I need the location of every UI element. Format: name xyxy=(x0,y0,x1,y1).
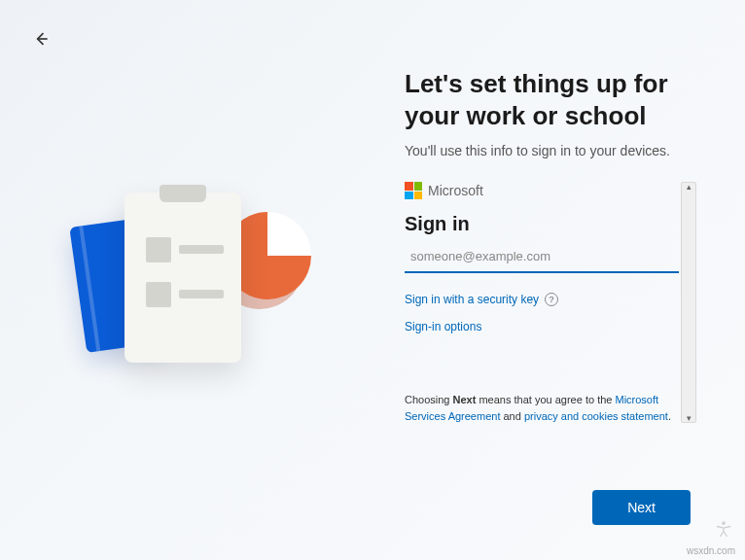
main-container: Let's set things up for your work or sch… xyxy=(0,0,745,560)
content-pane: Let's set things up for your work or sch… xyxy=(370,0,745,560)
email-field[interactable] xyxy=(405,241,679,273)
next-button[interactable]: Next xyxy=(592,490,691,525)
legal-prefix: Choosing xyxy=(405,394,453,405)
clipboard-item-icon xyxy=(146,282,171,307)
microsoft-brand-text: Microsoft xyxy=(428,183,483,198)
legal-text: Choosing Next means that you agree to th… xyxy=(405,392,679,424)
clipboard-item-icon xyxy=(146,237,171,262)
page-title: Let's set things up for your work or sch… xyxy=(405,68,696,131)
signin-options-row: Sign-in options xyxy=(405,320,679,333)
help-icon[interactable]: ? xyxy=(545,293,558,306)
legal-mid1: means that you agree to the xyxy=(476,394,615,405)
clipboard-item-icon xyxy=(179,290,224,298)
svg-point-0 xyxy=(722,521,726,525)
scrollbar[interactable] xyxy=(681,182,696,423)
microsoft-brand: Microsoft xyxy=(405,182,679,199)
privacy-link[interactable]: privacy and cookies statement xyxy=(524,410,668,422)
signin-heading: Sign in xyxy=(405,213,679,235)
security-key-link[interactable]: Sign in with a security key xyxy=(405,293,539,306)
signin-options-link[interactable]: Sign-in options xyxy=(405,320,481,333)
security-key-row: Sign in with a security key ? xyxy=(405,293,679,306)
illustration-pane xyxy=(0,0,370,560)
microsoft-logo-icon xyxy=(405,182,422,199)
setup-illustration xyxy=(78,183,311,377)
accessibility-icon[interactable] xyxy=(714,519,733,539)
signin-panel: Microsoft Sign in Sign in with a securit… xyxy=(405,182,696,424)
page-subtitle: You'll use this info to sign in to your … xyxy=(405,143,696,158)
clipboard-item-icon xyxy=(179,245,224,254)
back-button[interactable] xyxy=(31,29,51,49)
clipboard-icon xyxy=(124,192,241,363)
arrow-left-icon xyxy=(31,29,51,49)
legal-mid2: and xyxy=(500,410,523,422)
legal-suffix: . xyxy=(668,410,671,422)
watermark: wsxdn.com xyxy=(687,545,735,556)
legal-bold: Next xyxy=(453,394,477,405)
